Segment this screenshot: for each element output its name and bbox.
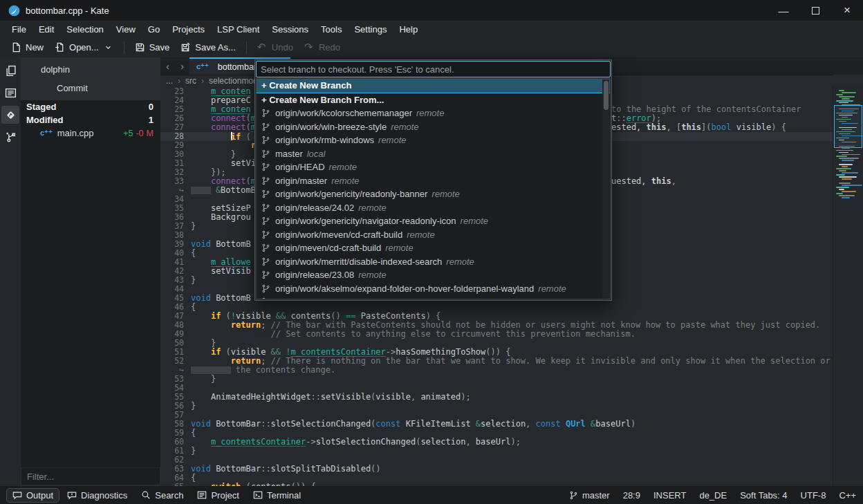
branch-item[interactable]: origin/release/24.02remote — [257, 201, 610, 215]
branch-action-item[interactable]: + Create New Branch From... — [257, 93, 610, 107]
open-button[interactable]: Open... — [49, 39, 119, 55]
menu-selection[interactable]: Selection — [60, 22, 109, 37]
branch-item[interactable]: origin/release/23.08remote — [257, 268, 610, 282]
menu-file[interactable]: File — [6, 22, 33, 37]
statusbar-master[interactable]: master — [569, 490, 610, 501]
menu-settings[interactable]: Settings — [348, 22, 393, 37]
branch-item[interactable]: origin/work/rmb-windowsremote — [257, 133, 610, 147]
fold-margin — [184, 375, 191, 384]
menu-help[interactable]: Help — [393, 22, 424, 37]
branch-item[interactable]: origin/work/kcolorschememanagerremote — [257, 106, 610, 120]
git-branch-icon — [261, 216, 270, 225]
code-line-63: 63void BottomBar::slotSplitTabDisabled() — [160, 465, 833, 474]
branch-item[interactable]: origin/work/meven/cd-craft-buildremote — [257, 228, 610, 242]
menu-view[interactable]: View — [110, 22, 142, 37]
statusbar-28-9[interactable]: 28:9 — [623, 490, 640, 501]
fold-margin — [184, 474, 191, 483]
branch-search-input[interactable] — [256, 61, 611, 77]
branch-name: origin/meven/cd-craft-build — [275, 243, 381, 253]
sidebar-tool-symbols-icon[interactable] — [1, 128, 19, 146]
git-branch-icon — [261, 284, 270, 293]
project-icon — [197, 490, 207, 500]
branch-kind: remote — [446, 256, 474, 267]
branch-action-item[interactable]: + Create New Branch — [257, 79, 610, 93]
item-label: + Create New Branch From... — [261, 95, 384, 105]
statusbar-project-toggle[interactable]: Project — [192, 489, 244, 502]
branch-kind: remote — [432, 189, 459, 199]
branch-item[interactable]: origin/work/genericity/navigator-readonl… — [257, 214, 610, 228]
menu-tools[interactable]: Tools — [315, 22, 348, 37]
branch-item[interactable]: origin/masterremote — [257, 174, 610, 188]
fold-margin — [184, 222, 191, 231]
group-count: 0 — [149, 102, 154, 112]
branch-item[interactable]: origin/work/…remote — [257, 295, 610, 299]
branch-item[interactable]: origin/HEADremote — [257, 160, 610, 174]
titlebar[interactable]: bottombar.cpp - Kate — × — [0, 0, 863, 21]
statusbar-output-toggle[interactable]: Output — [7, 489, 59, 502]
save-icon — [135, 42, 145, 53]
minimize-button[interactable]: — — [768, 0, 799, 21]
git-group-staged[interactable]: Staged0 — [21, 100, 160, 113]
lightning-icon[interactable] — [830, 60, 840, 70]
popup-scrollbar[interactable] — [602, 80, 609, 298]
branch-kind: remote — [329, 162, 357, 172]
new-button[interactable]: New — [6, 39, 49, 55]
branch-item[interactable]: origin/work/merritt/disable-indexed-sear… — [257, 255, 610, 269]
git-actions-row: Commit — [21, 79, 160, 97]
sidebar-tool-project-icon[interactable] — [1, 84, 19, 102]
branch-item[interactable]: masterlocal — [257, 147, 610, 161]
project-selector[interactable]: dolphin — [21, 59, 160, 79]
commit-button[interactable]: Commit — [43, 83, 88, 93]
statusbar-insert[interactable]: INSERT — [653, 490, 686, 501]
git-group-modified[interactable]: Modified1 — [21, 113, 160, 127]
branch-kind: remote — [334, 297, 362, 299]
pull-icon[interactable] — [129, 83, 140, 93]
statusbar-label: Terminal — [267, 490, 301, 501]
window-title: bottombar.cpp - Kate — [26, 6, 109, 16]
sidebar-tool-git-icon[interactable] — [1, 106, 19, 124]
menu-edit[interactable]: Edit — [33, 22, 60, 37]
menu-projects[interactable]: Projects — [166, 22, 211, 37]
maximize-icon — [812, 7, 819, 15]
nav-back-button[interactable]: ‹ — [160, 57, 175, 75]
minimap-scrollbar[interactable] — [833, 86, 863, 486]
menu-sessions[interactable]: Sessions — [266, 22, 315, 37]
breadcrumb-segment[interactable]: ... — [166, 76, 173, 86]
split-view-icon[interactable] — [850, 60, 860, 70]
branch-item[interactable]: origin/meven/cd-craft-buildremote — [257, 241, 610, 255]
nav-forward-button[interactable]: › — [175, 57, 189, 75]
statusbar-terminal-toggle[interactable]: Terminal — [248, 489, 306, 502]
statusbar-search-toggle[interactable]: Search — [136, 489, 189, 502]
maximize-button[interactable] — [799, 0, 831, 21]
statusbar-diagnostics-toggle[interactable]: Diagnostics — [62, 489, 133, 502]
menu-icon[interactable] — [146, 83, 156, 93]
branch-item[interactable]: origin/work/win-breeze-styleremote — [257, 120, 610, 134]
save-button[interactable]: Save — [129, 39, 176, 55]
statusbar-value: master — [582, 490, 610, 501]
fold-margin — [184, 438, 191, 447]
git-file-row[interactable]: c⁺⁺main.cpp+5-0M — [21, 127, 160, 140]
filter-input[interactable]: Filter... — [21, 467, 160, 485]
branch-name: origin/work/kcolorschememanager — [275, 108, 412, 118]
minimap-viewport[interactable] — [834, 105, 862, 148]
breadcrumb-segment[interactable]: src — [185, 76, 196, 86]
statusbar-utf-8[interactable]: UTF-8 — [801, 490, 826, 501]
statusbar-de-de[interactable]: de_DE — [699, 490, 727, 501]
close-button[interactable]: × — [831, 0, 863, 21]
sidebar-tool-documents-icon[interactable] — [1, 62, 19, 80]
menu-lsp-client[interactable]: LSP Client — [211, 22, 266, 37]
save-as-button[interactable]: Save As... — [175, 39, 241, 55]
chevron-down-icon[interactable] — [130, 64, 140, 75]
branch-item[interactable]: origin/work/genericity/readonly-bannerre… — [257, 187, 610, 201]
line-text: AnimatedHeightWidget::setVisible(visible… — [191, 393, 833, 402]
breadcrumb-separator: › — [178, 76, 180, 86]
push-icon[interactable] — [113, 83, 123, 93]
statusbar-c++[interactable]: C++ — [839, 490, 856, 501]
branch-item[interactable]: origin/work/akselmo/expand-folder-on-hov… — [257, 282, 610, 296]
popup-scrollbar-thumb[interactable] — [604, 81, 609, 110]
refresh-icon[interactable] — [145, 64, 155, 75]
git-panel: dolphin Commit Staged0Modified1c⁺⁺main.c… — [21, 57, 160, 486]
menu-go[interactable]: Go — [142, 22, 166, 37]
fold-margin — [184, 105, 191, 114]
statusbar-soft-tabs-4[interactable]: Soft Tabs: 4 — [740, 490, 787, 501]
